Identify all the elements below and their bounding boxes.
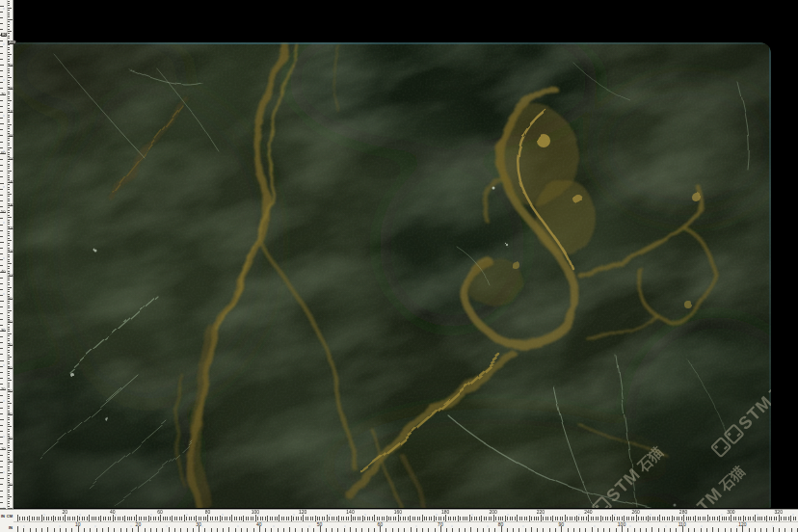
- ruler-number-cm: 240: [584, 510, 592, 515]
- ruler-tick-cm: [610, 517, 611, 520]
- ruler-tick-cm: [8, 256, 11, 257]
- slab-texture: [13, 42, 771, 508]
- ruler-tick-cm: [596, 517, 597, 520]
- ruler-tick-in: [531, 527, 532, 532]
- ruler-tick-cm: [657, 517, 658, 520]
- ruler-tick-in: [0, 123, 4, 124]
- ruler-tick-cm: [759, 517, 760, 520]
- ruler-tick-in: [0, 265, 3, 266]
- ruler-tick-in: [187, 528, 188, 532]
- ruler-tick-cm: [8, 13, 11, 13]
- ruler-tick-in: [646, 528, 647, 532]
- ruler-tick-cm: [8, 166, 11, 167]
- ruler-number-cm: 200: [8, 40, 16, 44]
- ruler-tick-in: [494, 528, 495, 532]
- ruler-tick-in: [519, 528, 519, 532]
- ruler-tick-cm: [426, 517, 427, 520]
- ruler-tick-in: [627, 528, 628, 532]
- ruler-tick-cm: [243, 516, 244, 521]
- ruler-tick-cm: [648, 516, 649, 521]
- ruler-tick-cm: [210, 517, 211, 520]
- ruler-tick-cm: [277, 517, 278, 520]
- corner-cm-label: CM: [7, 514, 13, 519]
- ruler-tick-cm: [8, 164, 11, 165]
- ruler-tick-cm: [8, 152, 11, 153]
- ruler-tick-cm: [155, 517, 156, 520]
- ruler-tick-in: [0, 129, 3, 130]
- ruler-tick-in: [0, 53, 3, 54]
- ruler-tick-in: [0, 336, 3, 337]
- ruler-tick-in: [361, 528, 362, 532]
- ruler-corner-labels: IN CM: [0, 510, 13, 521]
- ruler-tick-in: [0, 472, 3, 473]
- ruler-tick-cm: [738, 517, 739, 520]
- ruler-number-cm: 140: [346, 510, 354, 515]
- ruler-tick-cm: [108, 517, 109, 520]
- ruler-tick-cm: [515, 517, 516, 520]
- ruler-tick-in: [41, 528, 42, 532]
- ruler-tick-cm: [8, 126, 11, 127]
- ruler-tick-cm: [576, 516, 577, 521]
- ruler-tick-in: [416, 528, 417, 532]
- ruler-tick-cm: [8, 478, 11, 479]
- ruler-tick-cm: [8, 470, 11, 471]
- ruler-tick-in: [0, 402, 3, 403]
- ruler-tick-cm: [8, 357, 12, 358]
- ruler-corner-in-row2: IN: [0, 521, 13, 532]
- ruler-tick-cm: [8, 466, 11, 467]
- ruler-tick-cm: [8, 138, 11, 139]
- ruler-tick-cm: [317, 517, 318, 520]
- ruler-tick-in: [0, 319, 3, 320]
- ruler-tick-cm: [377, 517, 378, 520]
- ruler-tick-in: [235, 528, 236, 532]
- ruler-tick-cm: [348, 517, 349, 520]
- ruler-tick-cm: [122, 517, 123, 520]
- ruler-tick-in: [543, 528, 544, 532]
- ruler-tick-cm: [8, 447, 11, 448]
- ruler-tick-in: [0, 413, 3, 414]
- ruler-tick-in: [568, 528, 569, 532]
- ruler-tick-cm: [510, 517, 511, 520]
- ruler-tick-in: [0, 313, 3, 314]
- ruler-tick-cm: [693, 517, 694, 520]
- ruler-tick-in: [114, 528, 115, 532]
- ruler-tick-in: [0, 248, 3, 249]
- ruler-tick-cm: [8, 279, 11, 280]
- ruler-tick-in: [156, 528, 157, 532]
- ruler-tick-cm: [27, 517, 28, 520]
- ruler-tick-in: [217, 528, 218, 532]
- ruler-tick-cm: [29, 516, 30, 521]
- ruler-tick-in: [561, 526, 562, 532]
- ruler-tick-in: [507, 528, 508, 532]
- ruler-tick-cm: [8, 487, 11, 488]
- ruler-tick-cm: [8, 59, 11, 60]
- ruler-number-cm: 40: [8, 412, 12, 416]
- ruler-tick-cm: [200, 517, 201, 520]
- ruler-tick-cm: [463, 517, 464, 520]
- ruler-tick-cm: [678, 517, 679, 520]
- ruler-tick-cm: [226, 517, 227, 520]
- ruler-tick-cm: [19, 517, 20, 520]
- ruler-tick-cm: [329, 517, 330, 520]
- ruler-tick-in: [459, 528, 460, 532]
- ruler-tick-cm: [8, 215, 11, 216]
- ruler-number-in: 20: [136, 522, 142, 527]
- ruler-tick-in: [404, 528, 405, 532]
- ruler-tick-cm: [761, 517, 762, 520]
- ruler-tick-in: [731, 528, 732, 532]
- ruler-tick-cm: [588, 515, 589, 521]
- ruler-tick-cm: [286, 517, 287, 520]
- ruler-number-cm: 160: [8, 134, 14, 138]
- ruler-number-in: 10: [75, 522, 81, 527]
- ruler-tick-cm: [529, 516, 530, 521]
- ruler-number-in: 50: [1, 210, 5, 214]
- ruler-tick-cm: [8, 154, 11, 155]
- ruler-tick-cm: [600, 516, 601, 521]
- ruler-tick-cm: [322, 517, 323, 520]
- ruler-tick-in: [392, 528, 393, 532]
- ruler-tick-cm: [8, 222, 11, 223]
- ruler-tick-in: [0, 59, 3, 60]
- ruler-tick-in: [0, 295, 3, 296]
- ruler-tick-cm: [181, 517, 182, 520]
- ruler-tick-cm: [8, 196, 11, 197]
